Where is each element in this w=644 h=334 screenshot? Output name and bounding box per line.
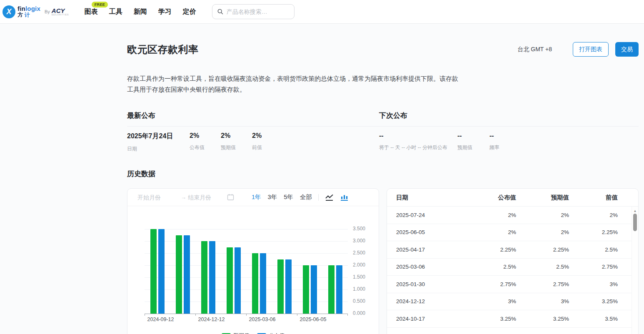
search-input[interactable] (227, 8, 289, 15)
y-axis-label: 2.000 (353, 262, 378, 268)
row-value: 2% (516, 229, 569, 235)
nav-item-1[interactable]: 图表FREE (85, 7, 98, 16)
latest-stat-value: 2% (190, 132, 217, 140)
chart-bar-公布值-2025-01-30[interactable] (235, 247, 241, 314)
chart-bar-公布值-2025-04-17[interactable] (285, 259, 292, 314)
next-release-heading: 下次公布 (379, 111, 407, 120)
latest-stat-4: 2%前值 (252, 132, 266, 152)
history-section: → 1年3年5年全部 (127, 188, 639, 334)
chart-gridline (145, 241, 348, 242)
row-value: 2.5% (569, 247, 618, 253)
row-value: 2.25% (516, 247, 569, 253)
chart-bar-公布值-2025-07-24[interactable] (336, 265, 342, 314)
logo-logix: logix (25, 5, 40, 12)
next-stat-1: --将于 -- 天 -- 小时 -- 分钟后公布 (379, 132, 457, 152)
nav-item-4[interactable]: 学习 (158, 7, 172, 16)
row-value: 3.25% (516, 316, 569, 322)
chart-bar-预期值-2024-12-12[interactable] (201, 241, 207, 314)
range-button-3年[interactable]: 3年 (268, 193, 277, 201)
history-heading: 历史数据 (127, 169, 639, 179)
line-chart-icon[interactable] (325, 193, 334, 202)
chart-bar-公布值-2024-09-12[interactable] (158, 229, 165, 314)
next-stat-label: 将于 -- 天 -- 小时 -- 分钟后公布 (379, 144, 453, 151)
row-date: 2025-04-17 (396, 247, 463, 253)
by-acy-mark: By ACY SECURITIES (45, 7, 69, 16)
chart-bar-预期值-2025-07-24[interactable] (328, 265, 334, 314)
table-row: 2024-09-123.5%3.5%3.75% (387, 328, 632, 334)
latest-stat-label: 预期值 (221, 144, 248, 151)
acy-securities-label: SECURITIES (52, 14, 69, 16)
range-buttons: 1年3年5年全部 (252, 193, 312, 201)
bar-chart-icon[interactable] (340, 193, 349, 202)
chart-bar-公布值-2024-12-12[interactable] (209, 241, 215, 314)
latest-stat-2: 2%公布值 (190, 132, 221, 152)
nav-item-3[interactable]: 新闻 (134, 7, 147, 16)
chart-bar-预期值-2025-04-17[interactable] (277, 259, 284, 314)
chart-bar-预期值-2025-03-06[interactable] (252, 253, 258, 314)
x-axis-label: 2024-12-12 (198, 317, 225, 322)
next-stat-value: -- (379, 132, 453, 140)
logo-cn-dark: 方 (17, 12, 23, 18)
page-title: 欧元区存款利率 (127, 43, 199, 56)
header-actions: 台北 GMT +8 打开图表 交易 (517, 42, 639, 57)
x-axis-tick (297, 314, 297, 316)
next-stat-label: 频率 (489, 144, 499, 151)
table-row: 2024-12-123%3%3.25% (387, 293, 632, 311)
chart-bar-预期值-2024-09-12[interactable] (150, 229, 157, 314)
row-value: 2.75% (516, 281, 569, 287)
chart-bar-公布值-2024-10-17[interactable] (184, 235, 190, 314)
y-axis-label: 1.000 (353, 286, 378, 292)
chart-bar-预期值-2025-01-30[interactable] (227, 247, 233, 314)
row-value: 2% (463, 229, 516, 235)
finlogix-logo-icon: X (2, 5, 15, 18)
nav-item-5[interactable]: 定价 (183, 7, 196, 16)
row-value: 2.5% (516, 264, 569, 270)
row-value: 2% (463, 212, 516, 218)
table-header-row: 日期公布值预期值前值 (387, 189, 638, 207)
chart-bar-预期值-2024-10-17[interactable] (176, 235, 182, 314)
chart-bar-预期值-2025-06-05[interactable] (303, 265, 309, 314)
range-button-全部[interactable]: 全部 (300, 193, 312, 201)
row-value: 3% (463, 298, 516, 304)
next-stat-value: -- (489, 132, 499, 140)
stats-divider (127, 126, 639, 127)
x-axis-tick (347, 314, 348, 316)
scroll-up-arrow[interactable]: ▲ (632, 209, 638, 213)
y-axis-label: 0.500 (353, 298, 378, 304)
next-release-stats: --将于 -- 天 -- 小时 -- 分钟后公布--预期值--频率 (379, 132, 504, 152)
row-value: 2% (569, 212, 618, 218)
chart-gridline (145, 289, 348, 290)
start-month-input[interactable] (137, 194, 179, 201)
y-axis-label: 3.000 (353, 238, 378, 244)
x-axis-label: 2024-09-12 (147, 317, 174, 322)
legend-item-公布值[interactable]: 公布值 (257, 332, 285, 334)
toolbar-separator (318, 194, 319, 201)
instrument-description: 存款工具作为一种常设工具，旨在吸收隔夜流动资金，表明货币政策的总体立场，通常为隔… (127, 73, 460, 95)
table-body: 2025-07-242%2%2%2025-06-052%2%2.25%2025-… (387, 207, 638, 334)
table-col-header-3: 预期值 (516, 194, 569, 202)
end-month-input[interactable] (188, 194, 226, 201)
row-value: 3.25% (463, 316, 516, 322)
range-button-5年[interactable]: 5年 (284, 193, 293, 201)
nav-item-2[interactable]: 工具 (109, 7, 122, 16)
calendar-icon[interactable] (227, 194, 234, 201)
chart-bar-公布值-2025-03-06[interactable] (260, 253, 266, 314)
product-search[interactable] (212, 4, 295, 19)
bar-chart: 2024-09-122024-12-122025-03-062025-06-05… (127, 206, 379, 334)
latest-stat-3: 2%预期值 (221, 132, 252, 152)
table-row: 2025-06-052%2%2.25% (387, 224, 632, 242)
row-value: 2.5% (463, 264, 516, 270)
chart-bar-公布值-2025-06-05[interactable] (311, 265, 317, 314)
row-date: 2025-07-24 (396, 212, 463, 218)
logo-cn-blue: 计 (25, 12, 30, 18)
trade-button[interactable]: 交易 (615, 42, 639, 57)
scroll-thumb[interactable] (633, 214, 637, 231)
table-col-header-4: 前值 (569, 194, 618, 202)
finlogix-logo[interactable]: X finlogix 方 计 (2, 5, 40, 18)
table-scrollbar[interactable]: ▲ ▼ (632, 207, 638, 334)
y-axis-label: 0.000 (353, 310, 378, 316)
legend-item-预期值[interactable]: 预期值 (222, 332, 250, 334)
open-chart-button[interactable]: 打开图表 (573, 42, 609, 57)
page-content: 欧元区存款利率 台北 GMT +8 打开图表 交易 存款工具作为一种常设工具，旨… (127, 42, 639, 334)
range-button-1年[interactable]: 1年 (252, 193, 261, 201)
